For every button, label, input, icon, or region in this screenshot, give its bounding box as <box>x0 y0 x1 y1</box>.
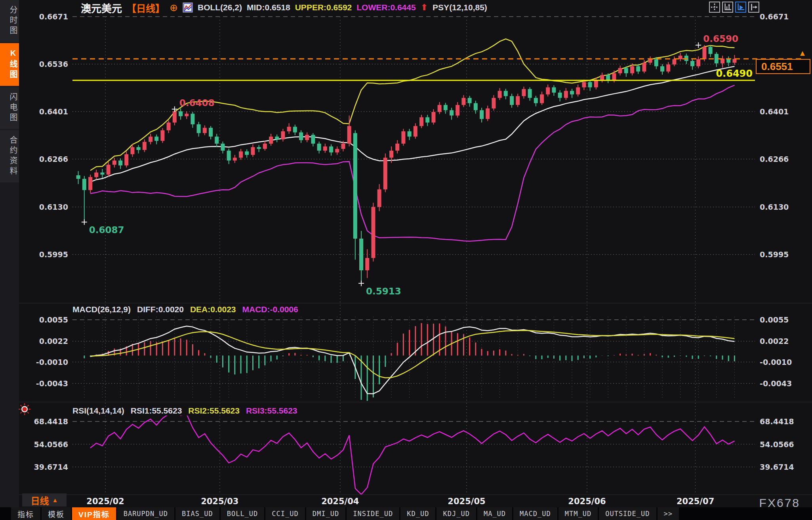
svg-text:0.0055: 0.0055 <box>39 315 68 324</box>
tab-maud[interactable]: MA_UD <box>477 507 513 520</box>
rsi-pane-header: RSI(14,14,14) RSI1:55.5623 RSI2:55.5623 … <box>72 406 297 416</box>
svg-text:0.5995: 0.5995 <box>760 250 789 259</box>
sidebar-item-3[interactable]: 闪电图 <box>0 87 19 129</box>
psy-label: PSY(12,10,85) <box>433 3 487 12</box>
period-selector-label: 日线 <box>31 493 49 507</box>
boll-upper-value: UPPER:0.6592 <box>295 3 352 12</box>
tab-mtmud[interactable]: MTM_UD <box>558 507 599 520</box>
svg-text:0.6408: 0.6408 <box>179 98 215 108</box>
boll-label: BOLL(26,2) <box>198 3 242 12</box>
tab-bollud[interactable]: BOLL_UD <box>221 507 266 520</box>
price-marker-arrow-icon: ▲ <box>799 49 806 57</box>
macd-label: MACD(26,12,9) <box>72 305 131 315</box>
period-selector-button[interactable]: 日线 ▲ <box>22 493 67 507</box>
svg-text:2025/07: 2025/07 <box>677 497 714 506</box>
macd-pane-header: MACD(26,12,9) DIFF:0.0020 DEA:0.0023 MAC… <box>72 305 298 315</box>
symbol-title: 澳元美元 <box>81 0 122 15</box>
svg-text:-0.0010: -0.0010 <box>36 358 68 366</box>
alert-sun-icon[interactable] <box>18 403 31 417</box>
rsi2-value: RSI2:55.5623 <box>188 406 240 416</box>
svg-text:-0.0043: -0.0043 <box>36 379 68 388</box>
rsi-label: RSI(14,14,14) <box>72 406 124 416</box>
svg-text:68.4418: 68.4418 <box>34 417 68 426</box>
svg-text:0.6590: 0.6590 <box>703 34 738 44</box>
last-price-box: 0.6551 <box>756 59 810 74</box>
chart-toolbar <box>709 2 759 13</box>
svg-text:2025/04: 2025/04 <box>321 497 359 506</box>
tab-bar-spacer <box>0 507 11 520</box>
indicator-tab-bar: 指标模板VIP指标BARUPDN_UDBIAS_UDBOLL_UDCCI_UDD… <box>0 507 812 520</box>
axis-play-button[interactable] <box>735 2 746 13</box>
svg-text:0.6536: 0.6536 <box>39 60 68 68</box>
axis-range-button[interactable] <box>722 2 733 13</box>
macd-dea-value: DEA:0.0023 <box>190 305 236 315</box>
sidebar-item-4[interactable]: 合约资料 <box>0 130 19 182</box>
svg-text:0.6087: 0.6087 <box>89 225 124 235</box>
svg-text:2025/06: 2025/06 <box>568 497 606 506</box>
tab-insideud[interactable]: INSIDE_UD <box>347 507 400 520</box>
boll-mid-value: MID:0.6518 <box>247 3 290 12</box>
svg-text:0.0022: 0.0022 <box>760 337 789 345</box>
tab-[interactable]: 指标 <box>11 507 42 520</box>
sidebar-item-1[interactable]: 分时图 <box>0 0 19 42</box>
svg-text:39.6714: 39.6714 <box>34 463 68 471</box>
tab-[interactable]: >> <box>658 507 680 520</box>
pan-right-button[interactable] <box>748 2 759 13</box>
svg-text:68.4418: 68.4418 <box>760 417 794 426</box>
svg-text:39.6714: 39.6714 <box>760 463 794 471</box>
rsi3-value: RSI3:55.5623 <box>246 406 297 416</box>
svg-text:-0.0010: -0.0010 <box>760 358 792 366</box>
tab-cciud[interactable]: CCI_UD <box>265 507 306 520</box>
svg-text:0.6401: 0.6401 <box>760 107 789 116</box>
price-up-arrow-icon: ⬆ <box>421 2 428 13</box>
boll-lower-value: LOWER:0.6445 <box>356 3 416 12</box>
tab-[interactable]: 模板 <box>42 507 72 520</box>
tab-kdud[interactable]: KD_UD <box>400 507 436 520</box>
svg-text:2025/05: 2025/05 <box>448 497 485 506</box>
svg-text:0.6130: 0.6130 <box>39 203 68 211</box>
svg-text:0.6490: 0.6490 <box>716 68 753 79</box>
tab-kdjud[interactable]: KDJ_UD <box>436 507 477 520</box>
svg-text:0.5995: 0.5995 <box>39 250 68 259</box>
svg-text:0.0055: 0.0055 <box>760 315 789 324</box>
mini-chart-icon[interactable] <box>183 2 193 13</box>
chart-type-sidebar: 分时图K线图闪电图合约资料 <box>0 0 19 507</box>
svg-text:0.6130: 0.6130 <box>760 203 789 211</box>
rsi1-value: RSI1:55.5623 <box>131 406 182 416</box>
svg-text:2025/03: 2025/03 <box>201 497 238 506</box>
watermark: FX678 <box>759 496 800 510</box>
macd-diff-value: DIFF:0.0020 <box>137 305 184 315</box>
tab-biasud[interactable]: BIAS_UD <box>175 507 221 520</box>
svg-text:0.5913: 0.5913 <box>366 286 401 296</box>
svg-text:-0.0043: -0.0043 <box>760 379 792 388</box>
svg-text:54.0566: 54.0566 <box>34 440 68 449</box>
svg-text:0.0022: 0.0022 <box>39 337 68 345</box>
period-selector-arrow-icon: ▲ <box>52 497 58 503</box>
svg-text:2025/02: 2025/02 <box>86 497 124 506</box>
chart-canvas[interactable]: 2025/022025/032025/042025/052025/062025/… <box>0 0 812 520</box>
tab-vip[interactable]: VIP指标 <box>72 507 117 520</box>
last-price-value: 0.6551 <box>761 61 793 73</box>
svg-text:0.6266: 0.6266 <box>760 155 789 163</box>
period-tag: 【日线】 <box>127 1 165 15</box>
tab-outsideud[interactable]: OUTSIDE_UD <box>599 507 657 520</box>
svg-text:0.6401: 0.6401 <box>39 107 68 116</box>
tab-dmiud[interactable]: DMI_UD <box>306 507 347 520</box>
svg-text:0.6266: 0.6266 <box>39 155 68 163</box>
macd-value: MACD:-0.0006 <box>242 305 298 315</box>
trading-app-window: 2025/022025/032025/042025/052025/062025/… <box>0 0 812 520</box>
sidebar-item-2[interactable]: K线图 <box>0 43 19 86</box>
chart-header: 澳元美元 【日线】 ⊕ BOLL(26,2) MID:0.6518 UPPER:… <box>19 0 812 15</box>
tab-macdud[interactable]: MACD_UD <box>513 507 558 520</box>
crosshair-toggle-icon[interactable]: ⊕ <box>170 3 178 13</box>
svg-text:54.0566: 54.0566 <box>760 440 794 449</box>
tab-barupdnud[interactable]: BARUPDN_UD <box>117 507 175 520</box>
move-tool-button[interactable] <box>709 2 720 13</box>
